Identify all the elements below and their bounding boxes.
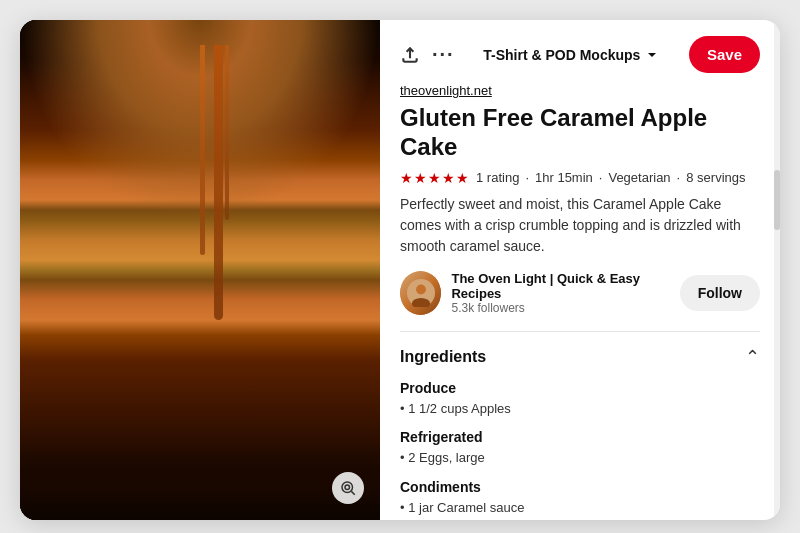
svg-point-0 (342, 482, 353, 493)
source-link[interactable]: theovenlight.net (400, 83, 760, 98)
ingredient-group-refrigerated: Refrigerated • 2 Eggs, large (400, 429, 760, 469)
board-selector-button[interactable]: T-Shirt & POD Mockups (483, 47, 660, 63)
ingredient-group-condiments: Condiments • 1 jar Caramel sauce (400, 479, 760, 519)
cake-image (20, 20, 380, 520)
collapse-icon[interactable]: ⌃ (745, 346, 760, 368)
author-text: The Oven Light | Quick & Easy Recipes 5.… (451, 271, 679, 315)
svg-line-2 (351, 491, 354, 494)
ingredient-item: • 1 1/2 cups Apples (400, 399, 760, 420)
ingredient-item: • 2 Eggs, large (400, 448, 760, 469)
recipe-description: Perfectly sweet and moist, this Caramel … (400, 194, 760, 257)
svg-point-1 (345, 485, 350, 490)
rating-row: ★★★★★ 1 rating · 1hr 15min · Vegetarian … (400, 170, 760, 186)
author-name[interactable]: The Oven Light | Quick & Easy Recipes (451, 271, 679, 301)
visual-search-icon[interactable] (332, 472, 364, 504)
more-options-button[interactable]: ··· (432, 43, 455, 66)
author-followers: 5.3k followers (451, 301, 679, 315)
ingredient-item: • 1 jar Caramel sauce (400, 498, 760, 519)
author-row: The Oven Light | Quick & Easy Recipes 5.… (400, 271, 760, 315)
author-info: The Oven Light | Quick & Easy Recipes 5.… (400, 271, 680, 315)
svg-point-5 (416, 284, 426, 294)
board-name: T-Shirt & POD Mockups (483, 47, 640, 63)
category-condiments: Condiments (400, 479, 760, 495)
rating-count: 1 rating (476, 170, 519, 185)
ingredients-section: Ingredients ⌃ Produce • 1 1/2 cups Apple… (400, 331, 760, 520)
diet-label: Vegetarian (608, 170, 670, 185)
upload-button[interactable] (400, 45, 420, 65)
category-produce: Produce (400, 380, 760, 396)
chevron-down-icon (644, 47, 660, 63)
recipe-card: ··· T-Shirt & POD Mockups Save theovenli… (20, 20, 780, 520)
cook-time: 1hr 15min (535, 170, 593, 185)
ingredient-group-produce: Produce • 1 1/2 cups Apples (400, 380, 760, 420)
follow-button[interactable]: Follow (680, 275, 760, 311)
scrollbar-thumb[interactable] (774, 170, 780, 230)
top-toolbar: ··· T-Shirt & POD Mockups Save (400, 36, 760, 73)
servings: 8 servings (686, 170, 745, 185)
toolbar-left: ··· (400, 43, 455, 66)
recipe-content: ··· T-Shirt & POD Mockups Save theovenli… (380, 20, 780, 520)
recipe-title: Gluten Free Caramel Apple Cake (400, 104, 760, 162)
category-refrigerated: Refrigerated (400, 429, 760, 445)
author-avatar[interactable] (400, 271, 441, 315)
recipe-image-section (20, 20, 380, 520)
scrollbar-track[interactable] (774, 20, 780, 520)
ingredients-header: Ingredients ⌃ (400, 346, 760, 368)
avatar-image (407, 279, 435, 307)
star-rating: ★★★★★ (400, 170, 470, 186)
ingredients-title: Ingredients (400, 348, 486, 366)
save-button[interactable]: Save (689, 36, 760, 73)
